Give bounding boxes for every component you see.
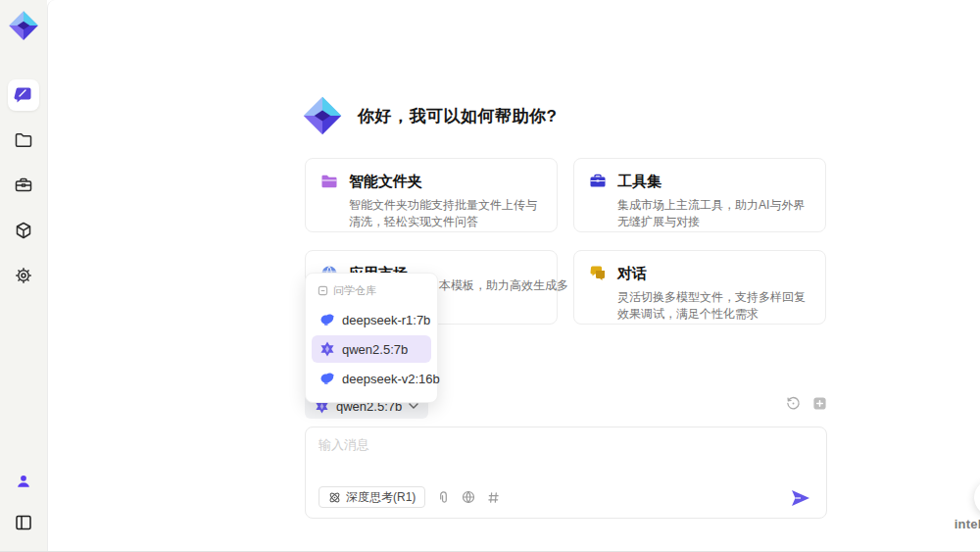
sidebar-item-user[interactable] bbox=[8, 466, 39, 497]
smart-folder-icon bbox=[319, 172, 339, 191]
model-dropdown: 问学仓库 deepseek-r1:7b qwen2.5:7b bbox=[305, 273, 438, 403]
card-description: 本模板，助力高效生成多 bbox=[439, 277, 568, 294]
deep-think-toggle[interactable]: 深度思考(R1) bbox=[318, 486, 425, 508]
message-input[interactable] bbox=[318, 436, 808, 476]
deepseek-whale-icon bbox=[319, 371, 335, 386]
intel-logo-text: intel bbox=[955, 517, 980, 531]
intel-core-badge: intel CORE bbox=[952, 517, 980, 538]
card-title: 智能文件夹 bbox=[349, 173, 422, 191]
folder-icon bbox=[14, 130, 33, 150]
sidebar bbox=[0, 0, 47, 552]
new-chat-icon[interactable] bbox=[812, 396, 827, 411]
globe-icon[interactable] bbox=[462, 490, 475, 504]
atom-icon bbox=[328, 491, 341, 504]
model-option-qwen[interactable]: qwen2.5:7b bbox=[312, 335, 431, 363]
sidebar-item-files[interactable] bbox=[8, 125, 39, 156]
hash-icon[interactable] bbox=[487, 491, 500, 504]
model-option-label: deepseek-v2:16b bbox=[342, 372, 440, 386]
card-description: 集成市场上主流工具，助力AI与外界无缝扩展与对接 bbox=[617, 197, 811, 230]
model-dropdown-header: 问学仓库 bbox=[310, 279, 433, 304]
sidebar-item-toolbox[interactable] bbox=[8, 170, 39, 201]
send-icon[interactable] bbox=[790, 488, 811, 508]
chevron-down-icon bbox=[409, 403, 418, 409]
cube-icon bbox=[14, 221, 33, 240]
card-toolset[interactable]: 工具集 集成市场上主流工具，助力AI与外界无缝扩展与对接 bbox=[573, 158, 826, 232]
model-option-deepseek-r1[interactable]: deepseek-r1:7b bbox=[312, 306, 431, 333]
repo-label: 问学仓库 bbox=[333, 283, 376, 298]
download-button[interactable] bbox=[974, 479, 980, 516]
card-description: 灵活切换多模型文件，支持多样回复效果调试，满足个性化需求 bbox=[617, 289, 811, 323]
model-option-deepseek-v2[interactable]: deepseek-v2:16b bbox=[312, 365, 431, 392]
history-icon[interactable] bbox=[786, 396, 801, 411]
greeting-text: 你好，我可以如何帮助你? bbox=[358, 105, 557, 127]
app-logo-icon bbox=[301, 94, 344, 137]
paperclip-icon[interactable] bbox=[437, 491, 450, 504]
sidebar-item-models[interactable] bbox=[8, 215, 39, 246]
briefcase-icon bbox=[588, 172, 608, 191]
qwen-icon bbox=[319, 341, 335, 357]
model-option-label: qwen2.5:7b bbox=[342, 342, 408, 357]
sidebar-item-chat[interactable] bbox=[8, 79, 39, 111]
repo-icon bbox=[318, 285, 328, 296]
toolbox-icon bbox=[14, 176, 33, 195]
card-description: 智能文件夹功能支持批量文件上传与清洗，轻松实现文件问答 bbox=[349, 197, 543, 230]
deep-think-label: 深度思考(R1) bbox=[346, 489, 416, 506]
split-panel-icon bbox=[14, 513, 33, 532]
card-dialog[interactable]: 对话 灵活切换多模型文件，支持多样回复效果调试，满足个性化需求 bbox=[573, 250, 826, 325]
card-smart-folder[interactable]: 智能文件夹 智能文件夹功能支持批量文件上传与清洗，轻松实现文件问答 bbox=[305, 158, 558, 232]
deepseek-whale-icon bbox=[319, 312, 335, 327]
greeting-header: 你好，我可以如何帮助你? bbox=[301, 94, 557, 137]
card-title: 对话 bbox=[617, 265, 647, 283]
user-icon bbox=[15, 473, 32, 490]
card-title: 工具集 bbox=[617, 173, 662, 191]
sidebar-item-collapse[interactable] bbox=[8, 507, 39, 538]
composer: 深度思考(R1) bbox=[305, 427, 827, 519]
chat-bubble-icon bbox=[14, 85, 33, 105]
gear-icon bbox=[14, 266, 33, 285]
main-panel: 你好，我可以如何帮助你? 智能文件夹 智能文件夹功能支持批量文件上传与清洗，轻松… bbox=[47, 0, 980, 552]
app-logo-icon bbox=[7, 9, 40, 42]
sidebar-item-settings[interactable] bbox=[8, 260, 39, 291]
model-option-label: deepseek-r1:7b bbox=[342, 313, 430, 327]
dialog-icon bbox=[588, 264, 608, 283]
